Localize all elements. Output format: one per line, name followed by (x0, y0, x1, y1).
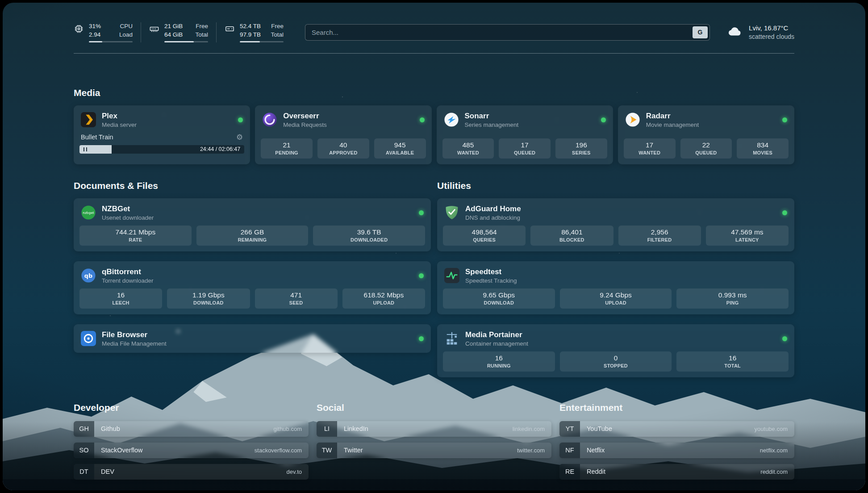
app-card-portainer[interactable]: Media Portainer Container management 16R… (437, 324, 794, 377)
app-subtitle: Usenet downloader (102, 214, 154, 221)
status-dot (419, 336, 424, 341)
search-input[interactable] (305, 24, 710, 41)
cloud-icon (727, 25, 743, 39)
bookmark-youtube[interactable]: YT YouTube youtube.com (559, 421, 794, 437)
bookmark-url: youtube.com (755, 426, 788, 432)
stat-box: 945AVAILABLE (374, 138, 426, 159)
svg-text:qb: qb (84, 272, 92, 279)
topbar: 31%CPU 2.94Load 21 GiBFree 64 Gi (74, 3, 794, 54)
app-card-qbittorrent[interactable]: qb qBittorrent Torrent downloader 16LEEC… (74, 261, 431, 314)
stat-box: 16RUNNING (443, 351, 555, 372)
search-bar[interactable]: G (305, 24, 710, 41)
section-title-documents: Documents & Files (74, 180, 431, 191)
stat-box: 16LEECH (79, 288, 162, 309)
playback-progress-bar: 24:44 / 02:06:47 (79, 145, 244, 154)
app-name: Sonarr (465, 112, 519, 121)
media-card-row: Plex Media server Bullet Train ⚙ 24:44 /… (74, 105, 794, 164)
stat-box: 9.65 GbpsDOWNLOAD (443, 288, 555, 309)
status-dot (419, 273, 424, 278)
search-provider-button[interactable]: G (693, 26, 708, 38)
stat-box: 22QUEUED (680, 138, 732, 159)
app-subtitle: Series management (465, 121, 519, 128)
radarr-icon (625, 112, 640, 127)
bookmark-reddit[interactable]: RE Reddit reddit.com (559, 464, 794, 480)
stat-box: 0STOPPED (560, 351, 672, 372)
app-card-radarr[interactable]: Radarr Movie management 17WANTED 22QUEUE… (618, 105, 794, 164)
status-dot (238, 117, 243, 122)
nzbget-icon: nzbget (81, 205, 96, 220)
app-subtitle: Media File Management (102, 340, 167, 347)
stat-box: 17QUEUED (499, 138, 551, 159)
weather-condition: scattered clouds (749, 33, 794, 40)
bookmark-abbr: DT (74, 464, 94, 480)
app-subtitle: Container management (465, 340, 528, 347)
bookmark-abbr: NF (559, 443, 580, 458)
svg-text:nzbget: nzbget (83, 211, 94, 215)
filebrowser-icon (81, 331, 96, 346)
app-name: Speedtest (465, 267, 517, 276)
app-card-sonarr[interactable]: Sonarr Series management 485WANTED 17QUE… (437, 105, 613, 164)
status-dot (782, 336, 787, 341)
stat-box: 21PENDING (261, 138, 313, 159)
documents-column: Documents & Files nzbget NZBGet Usenet d… (74, 180, 431, 377)
bookmark-linkedin[interactable]: LI LinkedIn linkedin.com (317, 421, 551, 437)
bookmark-url: reddit.com (760, 468, 788, 475)
bookmark-name: Twitter (344, 447, 363, 454)
bookmark-twitter[interactable]: TW Twitter twitter.com (317, 443, 551, 458)
app-subtitle: DNS and adblocking (465, 214, 521, 221)
stat-box: 2,956FILTERED (618, 226, 701, 246)
stat-box: 1.19 GbpsDOWNLOAD (167, 288, 250, 309)
qbittorrent-icon: qb (81, 268, 96, 283)
bookmark-abbr: GH (74, 421, 94, 437)
bookmark-name: StackOverflow (101, 447, 142, 454)
app-card-plex[interactable]: Plex Media server Bullet Train ⚙ 24:44 /… (74, 105, 250, 164)
stat-box: 40APPROVED (317, 138, 369, 159)
section-title-social: Social (317, 402, 551, 413)
app-subtitle: Media server (102, 121, 137, 128)
plex-icon (81, 112, 96, 127)
app-subtitle: Speedtest Tracking (465, 277, 517, 284)
bookmark-abbr: YT (559, 421, 580, 437)
bookmark-dev[interactable]: DT DEV dev.to (74, 464, 309, 480)
app-card-overseerr[interactable]: Overseerr Media Requests 21PENDING 40APP… (255, 105, 431, 164)
stat-box: 471SEED (255, 288, 338, 309)
stat-box: 498,564QUERIES (443, 226, 526, 246)
stat-box: 39.6 TBDOWNLOADED (313, 226, 425, 246)
bookmark-github[interactable]: GH Github github.com (74, 421, 309, 437)
section-title-media: Media (74, 88, 794, 98)
status-dot (419, 210, 424, 215)
memory-icon (149, 22, 159, 42)
portainer-icon (444, 331, 459, 346)
bookmark-name: DEV (101, 468, 114, 475)
bookmark-url: twitter.com (517, 447, 545, 454)
bookmark-abbr: RE (559, 464, 580, 480)
weather-location: Lviv, 16.87°C (749, 24, 794, 32)
now-playing-row: Bullet Train ⚙ (74, 133, 250, 141)
memory-total-label: Total (195, 31, 208, 39)
app-card-nzbget[interactable]: nzbget NZBGet Usenet downloader 744.21 M… (74, 198, 431, 251)
app-subtitle: Media Requests (283, 121, 327, 128)
bookmark-stackoverflow[interactable]: SO StackOverflow stackoverflow.com (74, 443, 309, 458)
stat-box: 266 GBREMAINING (196, 226, 309, 246)
bookmarks-section: Developer GH Github github.com SO StackO… (74, 402, 794, 485)
section-title-utilities: Utilities (437, 180, 794, 191)
snow-speckles (3, 3, 4, 4)
cpu-label: CPU (120, 22, 133, 31)
memory-total: 64 GiB (164, 31, 183, 39)
disk-usage-bar (240, 41, 284, 42)
app-card-adguard[interactable]: AdGuard Home DNS and adblocking 498,564Q… (437, 198, 794, 251)
app-name: qBittorrent (102, 267, 154, 276)
disk-icon (225, 22, 235, 42)
resource-widgets: 31%CPU 2.94Load 21 GiBFree 64 Gi (74, 22, 292, 42)
stat-box: 196SERIES (555, 138, 607, 159)
app-card-filebrowser[interactable]: File Browser Media File Management (74, 324, 431, 353)
bookmark-netflix[interactable]: NF Netflix netflix.com (559, 443, 794, 458)
bookmark-abbr: LI (317, 421, 337, 437)
pause-icon (83, 147, 87, 151)
app-card-speedtest[interactable]: Speedtest Speedtest Tracking 9.65 GbpsDO… (437, 261, 794, 314)
status-dot (782, 210, 787, 215)
memory-free: 21 GiB (164, 22, 183, 31)
disk-free-label: Free (271, 22, 284, 31)
settings-icon[interactable]: ⚙ (236, 134, 243, 141)
disk-total: 97.9 TB (240, 31, 261, 39)
